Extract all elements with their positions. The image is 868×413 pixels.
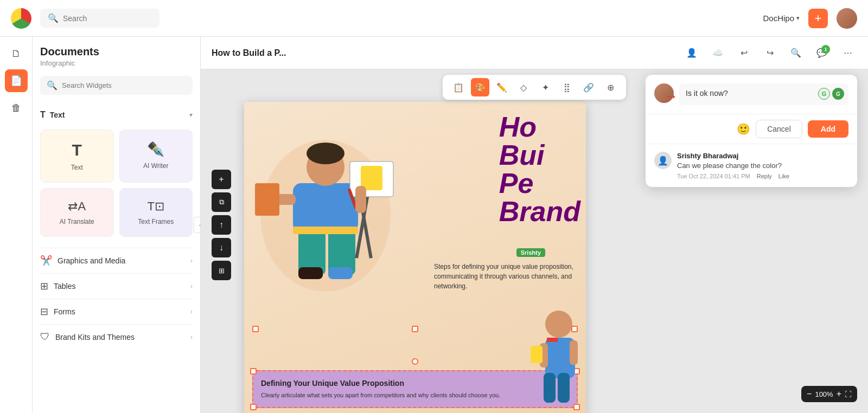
fill-tool-button[interactable]: 🎨 [471,78,489,96]
link-tool-button[interactable]: 🔗 [579,78,598,96]
ai-translate-widget-card[interactable]: ⇄A AI Translate [40,188,114,237]
graphics-media-label: Graphics and Media [58,256,125,265]
text-frames-widget-icon: T⊡ [148,199,164,214]
brand-label: DocHipo ▾ [763,14,800,23]
add-element-button[interactable]: + [212,170,231,189]
widget-search-bar[interactable]: 🔍 [40,76,193,95]
second-figure-svg [521,308,586,405]
share-button[interactable]: 👤 [682,44,701,62]
shape-tool-button[interactable]: ◇ [514,78,533,96]
left-panel: Documents Infographic 🔍 T Text ▾ T Text … [33,37,201,413]
redo-button[interactable]: ↪ [761,44,779,62]
user-avatar[interactable] [837,8,857,29]
comment-body: Srishty Bharadwaj Can we please change t… [677,152,848,179]
figure-illustration [244,107,407,319]
cloud-save-button[interactable]: ☁️ [709,44,727,62]
grid-view-button[interactable]: ⊞ [212,261,231,280]
selection-handle-mid-bottom [412,358,418,365]
svg-rect-23 [544,373,556,403]
documents-icon-bar-item[interactable]: 🗋 [5,42,28,65]
duplicate-element-button[interactable]: ⧉ [212,192,231,212]
templates-icon-bar-item[interactable]: 📄 [5,69,28,92]
graphics-media-menu-item[interactable]: ✂️ Graphics and Media › [40,248,193,273]
comment-user-avatar: 👤 [654,152,672,169]
forms-chevron-icon: › [190,308,193,315]
svg-rect-19 [547,338,558,342]
zoom-in-button[interactable]: + [837,389,841,399]
svg-rect-22 [570,340,578,365]
selection-handle-bl [250,404,257,410]
infographic-canvas[interactable]: HoBuiPeBrand Steps for defining your uni… [244,102,586,413]
cancel-comment-button[interactable]: Cancel [756,120,802,138]
layers-tool-button[interactable]: ⊕ [601,78,620,96]
svg-point-17 [545,311,572,338]
red-arrow-icon: → [663,88,678,105]
svg-rect-6 [293,227,358,234]
tables-menu-item[interactable]: ⊞ Tables › [40,273,193,299]
global-search-bar[interactable]: 🔍 [40,9,159,28]
comment-username: Srishty Bharadwaj [677,152,848,160]
forms-menu-item[interactable]: ⊟ Forms › [40,299,193,324]
tables-label: Tables [54,282,75,291]
undo-button[interactable]: ↩ [735,44,753,62]
panel-collapse-button[interactable]: ‹ [194,217,201,233]
fit-screen-button[interactable]: ⛶ [845,390,852,398]
ai-translate-widget-icon: ⇄A [68,199,86,214]
zoom-bar: − 100% + ⛶ [801,386,857,402]
comment-input-bubble[interactable]: → Is it ok now? G G [679,83,848,105]
like-link[interactable]: Like [778,173,789,179]
grid-tool-button[interactable]: ⣿ [558,78,576,96]
widget-search-input[interactable] [62,81,186,89]
brand-kits-label: Brand Kits and Themes [55,333,135,341]
svg-point-5 [307,143,344,164]
second-figure [521,308,586,405]
search-input[interactable] [63,14,144,23]
canvas-tools-bar: 📋 🎨 ✏️ ◇ ✦ ⣿ 🔗 ⊕ [443,75,626,100]
search-editor-button[interactable]: 🔍 [787,44,805,62]
comment-input-text: Is it ok now? [686,89,728,98]
text-widget-card[interactable]: T Text [40,130,114,183]
text-widget-icon: T [72,141,82,159]
trash-icon-bar-item[interactable]: 🗑 [5,96,28,119]
move-down-button[interactable]: ↓ [212,238,231,257]
ai-writer-widget-card[interactable]: ✒️ AI Writer [119,130,193,183]
text-section-chevron-icon: ▾ [189,111,193,119]
selection-handle-tl [250,368,257,375]
graphics-media-chevron-icon: › [190,257,193,264]
widget-search-icon: 🔍 [47,80,58,91]
clipboard-tool-button[interactable]: 📋 [449,78,468,96]
new-document-button[interactable]: + [808,9,828,28]
brand-kits-menu-item[interactable]: 🛡 Brand Kits and Themes › [40,324,193,349]
comment-thread: 👤 Srishty Bharadwaj Can we please change… [646,144,857,187]
more-options-button[interactable]: ⋯ [839,44,857,62]
editor-toolbar: How to Build a P... 👤 ☁️ ↩ ↪ 🔍 💬 1 ⋯ [201,37,868,69]
text-widget-label: Text [71,164,83,171]
comment-text: Can we please change the color? [677,161,848,171]
panel-subtitle: Infographic [40,59,193,67]
grammarly-icon-1[interactable]: G [818,88,830,100]
text-section-header[interactable]: T Text ▾ [40,106,193,124]
add-comment-button[interactable]: Add [808,120,848,138]
app-logo[interactable] [11,8,31,29]
svg-rect-21 [531,346,542,363]
sparkle-tool-button[interactable]: ✦ [536,78,554,96]
emoji-button[interactable]: 🙂 [737,122,750,135]
brand-chevron-icon[interactable]: ▾ [796,15,800,22]
tables-chevron-icon: › [190,282,193,290]
comments-button[interactable]: 💬 1 [813,44,831,62]
ai-writer-widget-label: AI Writer [143,162,168,170]
text-frames-widget-card[interactable]: T⊡ Text Frames [119,188,193,237]
panel-title: Documents [40,46,193,58]
text-frames-widget-label: Text Frames [138,218,174,225]
zoom-out-button[interactable]: − [807,389,812,399]
selection-handle-right [571,326,578,332]
side-tools: + ⧉ ↑ ↓ ⊞ [212,170,231,280]
svg-rect-15 [328,267,353,279]
grammarly-icon-2[interactable]: G [832,88,844,100]
svg-rect-24 [558,373,570,403]
widget-grid: T Text ✒️ AI Writer ⇄A AI Translate T⊡ T… [40,130,193,237]
icon-bar: 🗋 📄 🗑 [0,37,33,413]
move-up-button[interactable]: ↑ [212,215,231,235]
pencil-tool-button[interactable]: ✏️ [493,78,511,96]
reply-link[interactable]: Reply [757,173,772,179]
